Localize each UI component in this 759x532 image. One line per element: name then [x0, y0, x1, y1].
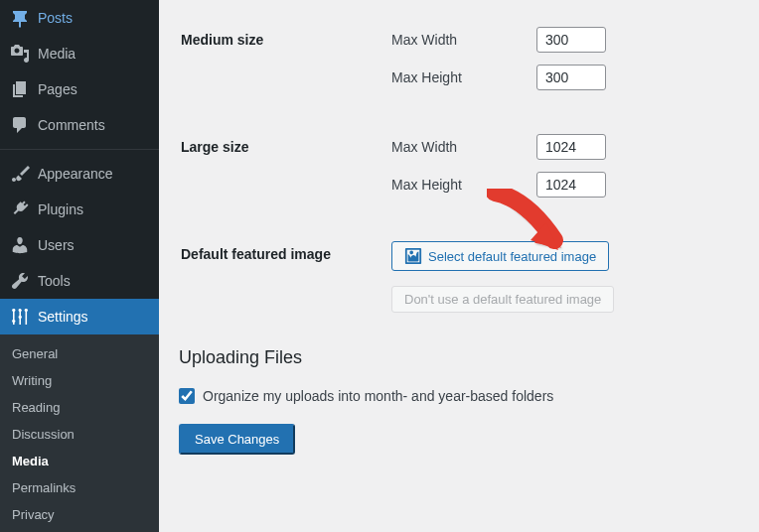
sidebar-item-label: Comments — [38, 117, 105, 133]
plug-icon — [10, 200, 30, 219]
admin-sidebar: Posts Media Pages Comments Appearance Pl… — [0, 0, 159, 532]
user-icon — [10, 235, 30, 255]
sidebar-item-settings[interactable]: Settings — [0, 299, 159, 334]
organize-uploads-checkbox[interactable] — [179, 388, 195, 404]
submenu-discussion[interactable]: Discussion — [0, 421, 159, 448]
save-changes-button[interactable]: Save Changes — [179, 424, 295, 455]
dont-use-default-featured-image-button: Don't use a default featured image — [391, 286, 614, 313]
image-icon — [404, 247, 422, 265]
pin-icon — [10, 8, 30, 28]
medium-width-input[interactable] — [536, 27, 606, 53]
submenu-media[interactable]: Media — [0, 448, 159, 474]
sidebar-item-users[interactable]: Users — [0, 227, 159, 263]
large-width-input[interactable] — [536, 134, 606, 160]
medium-height-input[interactable] — [536, 65, 606, 90]
organize-uploads-row[interactable]: Organize my uploads into month- and year… — [179, 388, 739, 404]
sidebar-item-appearance[interactable]: Appearance — [0, 156, 159, 192]
large-size-heading: Large size — [181, 119, 380, 224]
large-height-input[interactable] — [536, 172, 606, 198]
sliders-icon — [10, 307, 30, 327]
sidebar-item-pages[interactable]: Pages — [0, 71, 159, 107]
sidebar-item-plugins[interactable]: Plugins — [0, 192, 159, 227]
sidebar-item-label: Plugins — [38, 201, 83, 217]
sidebar-item-posts[interactable]: Posts — [0, 0, 159, 36]
comment-icon — [10, 115, 30, 135]
select-default-featured-image-button[interactable]: Select default featured image — [391, 241, 609, 271]
uploading-files-heading: Uploading Files — [179, 347, 739, 368]
brush-icon — [10, 164, 30, 184]
sidebar-item-label: Settings — [38, 309, 88, 325]
organize-uploads-label: Organize my uploads into month- and year… — [203, 388, 553, 404]
max-height-label: Max Height — [391, 69, 521, 85]
wrench-icon — [10, 271, 30, 291]
select-button-label: Select default featured image — [428, 249, 596, 264]
sidebar-item-label: Media — [38, 46, 76, 62]
max-width-label: Max Width — [391, 32, 521, 48]
menu-separator — [0, 149, 159, 150]
sidebar-item-label: Posts — [38, 10, 73, 26]
media-icon — [10, 44, 30, 64]
submenu-writing[interactable]: Writing — [0, 367, 159, 394]
sidebar-item-label: Tools — [38, 273, 71, 289]
default-featured-heading: Default featured image — [181, 226, 380, 328]
max-height-label: Max Height — [391, 177, 521, 193]
submenu-general[interactable]: General — [0, 340, 159, 367]
sidebar-item-media[interactable]: Media — [0, 36, 159, 71]
submenu-reading[interactable]: Reading — [0, 394, 159, 421]
page-icon — [10, 79, 30, 99]
sidebar-item-label: Appearance — [38, 166, 113, 182]
submenu-permalinks[interactable]: Permalinks — [0, 474, 159, 501]
submenu-privacy[interactable]: Privacy — [0, 501, 159, 528]
sidebar-item-label: Pages — [38, 81, 77, 97]
settings-submenu: General Writing Reading Discussion Media… — [0, 334, 159, 532]
content-area: Medium size Max Width Max Height Large s… — [159, 0, 759, 532]
medium-size-heading: Medium size — [181, 12, 380, 117]
form-table: Medium size Max Width Max Height Large s… — [179, 10, 739, 330]
sidebar-item-label: Users — [38, 237, 75, 253]
sidebar-item-tools[interactable]: Tools — [0, 263, 159, 299]
max-width-label: Max Width — [391, 139, 521, 155]
sidebar-item-comments[interactable]: Comments — [0, 107, 159, 143]
